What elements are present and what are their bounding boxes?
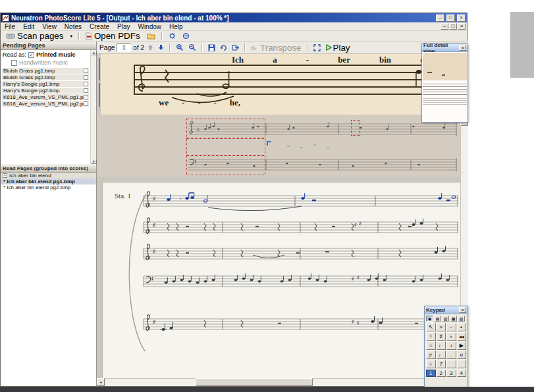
lyrics-line-1[interactable]: Icha-berbine [232,55,424,65]
system-5[interactable]: ♯ ♯♯ [144,314,458,340]
output-page[interactable]: Sta. 1 ♯ ♮ [102,182,460,378]
pending-file-checkbox[interactable] [84,82,88,86]
system-3[interactable]: ♯ [144,243,458,269]
pending-file-checkbox[interactable] [84,95,88,99]
keypad-page-3[interactable]: 3 [446,370,456,377]
sharp-button[interactable]: ♯ [437,332,446,341]
recognition-band[interactable]: c [97,115,460,177]
eighth-note-button[interactable]: ♪ [446,341,456,350]
pointer-button[interactable]: ↖ [426,323,436,331]
score-group-row[interactable]: − Ich aber bin elend [1,173,96,179]
quarter-note-button[interactable]: ♩ [437,341,446,350]
blank-button[interactable] [457,360,467,368]
keypad-title-bar[interactable]: Keypad × [425,306,467,314]
title-bar[interactable]: Neuratron PhotoScore Lite 5 - [Output - … [1,13,467,22]
minimize-button[interactable]: – [436,14,444,22]
keypad-tab-notes[interactable]: ◉ [426,316,433,322]
pending-file-checkbox[interactable] [84,69,88,73]
scroll-left-button[interactable]: ◄ [97,378,105,386]
pending-file-row[interactable]: K618_Ave_verum_VS_PML pg1.pdf [2,94,89,100]
transpose-button[interactable]: ♯♭ Transpose [250,42,302,53]
half-note-button[interactable]: ○ [426,341,436,350]
tenuto-button[interactable]: − [446,323,456,331]
system-2[interactable]: ♯ ♯♯ [144,217,458,243]
options-button[interactable] [166,32,178,41]
harmonic-button[interactable]: o [457,350,467,359]
next-page-button[interactable] [157,43,165,51]
zoom-in-button[interactable] [174,43,185,52]
keypad-tab-articulations[interactable]: ▦ [450,316,457,322]
full-detail-title-bar[interactable]: Full detail view × [422,44,467,52]
pending-scroll-up-button[interactable]: ▲ [91,50,97,55]
full-detail-preview[interactable] [422,52,467,122]
rest-button[interactable]: 7 [437,360,446,368]
keypad-tab-barlines[interactable]: ▧ [458,316,465,322]
menu-item-notes[interactable]: Notes [61,23,86,30]
play-button[interactable]: Play [324,42,352,53]
mdi-close-button[interactable]: × [458,23,466,30]
mdi-restore-button[interactable]: □ [449,23,457,30]
open-pdfs-button[interactable]: Open PDFs [83,32,143,41]
reread-button[interactable] [219,43,228,52]
read-file-row[interactable]: * Ich aber bin elend pg1.bmp [1,179,96,184]
uncertain-region-box[interactable] [186,119,265,138]
blank-button[interactable] [446,360,456,368]
send-to-button[interactable] [230,43,240,52]
scan-options-dropdown[interactable]: ▾ [67,32,75,41]
pending-scroll-down-button[interactable]: ▼ [91,159,97,164]
mdi-minimize-button[interactable]: – [441,23,448,30]
original-scan-band[interactable]: Icha-berbine [97,54,460,115]
flat-button[interactable]: ♭ [446,332,456,341]
full-detail-close-button[interactable]: × [459,45,466,51]
tree-collapse-icon[interactable]: − [3,173,7,178]
zoom-out-button[interactable] [187,43,198,52]
advance-button[interactable]: ▶ [457,341,467,350]
sixteenth-note-button[interactable]: ♬ [426,350,436,359]
save-button[interactable] [207,43,217,52]
handwritten-music-checkbox[interactable] [11,60,17,66]
pending-file-row[interactable]: Bluish Grass pg2.bmp [2,74,89,80]
uncertain-region-box[interactable] [186,155,265,175]
pending-file-row[interactable]: Harry's Boogie pg2.bmp [2,88,89,94]
horizontal-scrollbar[interactable]: ◄ ► [97,378,460,386]
horizontal-scroll-thumb[interactable] [196,378,313,386]
read-file-row[interactable]: * Ich aber bin elend pg2.bmp [1,184,96,190]
help-button[interactable] [180,32,192,41]
uncertain-region-box[interactable] [351,120,360,136]
keypad-tab-accidentals[interactable]: ▥ [442,316,449,322]
pending-file-checkbox[interactable] [84,101,88,106]
keypad-page-1[interactable]: 1 [426,370,436,377]
pending-file-checkbox[interactable] [84,88,88,93]
keypad-tab-rests[interactable]: ▤ [434,316,441,322]
scanned-staff[interactable] [134,65,459,95]
keypad-page-2[interactable]: 2 [437,370,446,377]
score-canvas[interactable]: Icha-berbine [97,54,460,378]
pending-file-row[interactable]: K618_Ave_verum_VS_PML pg2.pdf [2,101,89,107]
close-button[interactable]: × [457,14,466,22]
flat-alt-button[interactable]: ♭ [426,360,436,368]
rewind-button[interactable]: ◀◀ [457,332,467,341]
open-file-button[interactable] [144,32,158,41]
menu-item-view[interactable]: View [38,23,61,30]
previous-page-button[interactable] [146,43,155,51]
pending-file-checkbox[interactable] [84,75,88,80]
restore-button[interactable]: □ [446,14,455,22]
lyrics-line-2[interactable]: we---he, [159,98,240,108]
scan-pages-button[interactable]: Scan pages [3,32,66,41]
printed-music-checkbox[interactable]: ✓ [28,52,34,58]
natural-button[interactable]: ♮ [426,332,436,341]
keypad-close-button[interactable]: × [459,307,466,313]
page-number-input[interactable] [117,43,131,52]
dot-button[interactable]: . [446,350,456,359]
system-4[interactable]: ♯♯ [144,271,458,297]
full-screen-button[interactable] [312,43,322,52]
menu-item-play[interactable]: Play [113,23,134,30]
menu-item-window[interactable]: Window [134,23,165,30]
uncertain-region-box[interactable] [186,138,265,155]
system-1[interactable]: ♯ ♮ [144,190,458,217]
menu-item-create[interactable]: Create [86,23,113,30]
menu-item-edit[interactable]: Edit [19,23,38,30]
staccato-button[interactable]: ▪ [457,323,467,331]
accent-button[interactable]: > [437,323,446,331]
pending-file-row[interactable]: Harry's Boogie pg1.bmp [2,81,89,87]
